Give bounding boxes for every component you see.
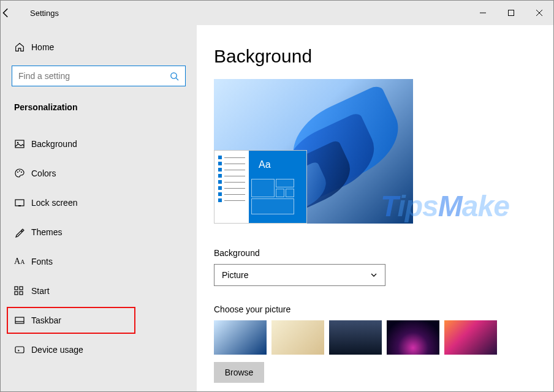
nav-label: Themes [31, 227, 63, 237]
sidebar-item-lockscreen[interactable]: Lock screen [1, 188, 197, 217]
sidebar: Home Personalization Background Colors L… [1, 25, 197, 392]
svg-point-8 [17, 172, 18, 173]
picture-thumb[interactable] [387, 320, 439, 355]
sidebar-item-device-usage[interactable]: Device usage [1, 335, 197, 364]
background-type-select[interactable]: Picture [214, 264, 385, 286]
svg-rect-13 [15, 287, 18, 290]
svg-rect-6 [15, 140, 24, 148]
svg-point-9 [19, 170, 20, 172]
main-content: Background Aa [197, 25, 553, 392]
svg-rect-16 [20, 292, 23, 295]
minimize-button[interactable] [469, 1, 497, 25]
search-input[interactable] [12, 66, 186, 86]
nav-label: Background [31, 139, 77, 149]
close-button[interactable] [525, 1, 553, 25]
back-button[interactable] [1, 7, 30, 18]
theme-preview-overlay: Aa [214, 150, 307, 224]
nav-label: Colors [31, 168, 56, 178]
taskbar-icon [14, 315, 31, 326]
lock-screen-icon [14, 197, 31, 208]
wallpaper-preview: Aa [214, 79, 413, 224]
svg-rect-14 [20, 287, 23, 290]
nav-label: Taskbar [31, 315, 61, 325]
picture-thumb[interactable] [444, 320, 497, 355]
svg-rect-1 [509, 10, 514, 16]
sidebar-item-fonts[interactable]: AA Fonts [1, 247, 197, 276]
svg-point-7 [17, 142, 18, 143]
choose-picture-label: Choose your picture [214, 304, 553, 314]
svg-rect-19 [15, 347, 24, 353]
search-icon [170, 72, 179, 81]
svg-point-4 [171, 72, 176, 78]
nav-label: Lock screen [31, 198, 77, 208]
search-field[interactable] [18, 71, 170, 81]
themes-icon [14, 227, 31, 238]
device-usage-icon [14, 344, 31, 355]
window-title: Settings [30, 9, 469, 18]
fonts-icon: AA [14, 257, 31, 266]
home-label: Home [31, 42, 54, 52]
select-value: Picture [222, 270, 249, 280]
svg-point-10 [21, 172, 22, 173]
sidebar-item-themes[interactable]: Themes [1, 217, 197, 247]
svg-rect-12 [18, 205, 21, 206]
picture-thumb[interactable] [214, 320, 267, 355]
window-controls [469, 1, 553, 25]
palette-icon [14, 168, 31, 179]
sidebar-item-colors[interactable]: Colors [1, 159, 197, 188]
nav-label: Fonts [31, 257, 53, 266]
picture-thumbnails [214, 320, 553, 355]
svg-rect-11 [15, 200, 24, 206]
titlebar: Settings [1, 1, 553, 25]
sidebar-item-start[interactable]: Start [1, 276, 197, 306]
svg-line-5 [176, 78, 178, 80]
sidebar-item-taskbar[interactable]: Taskbar [1, 306, 197, 335]
sidebar-item-background[interactable]: Background [1, 129, 197, 159]
start-icon [14, 286, 31, 296]
section-title: Personalization [1, 102, 197, 112]
svg-rect-15 [15, 292, 18, 295]
home-nav[interactable]: Home [1, 37, 197, 57]
svg-rect-17 [15, 317, 24, 323]
chevron-down-icon [370, 271, 378, 279]
picture-icon [14, 138, 31, 149]
page-heading: Background [214, 46, 553, 67]
picture-thumb[interactable] [329, 320, 382, 355]
nav-label: Device usage [31, 345, 83, 355]
background-type-label: Background [214, 248, 553, 258]
browse-button[interactable]: Browse [214, 362, 264, 383]
maximize-button[interactable] [497, 1, 525, 25]
picture-thumb[interactable] [271, 320, 324, 355]
aa-sample: Aa [259, 159, 271, 170]
home-icon [14, 42, 31, 53]
nav-label: Start [31, 286, 50, 296]
